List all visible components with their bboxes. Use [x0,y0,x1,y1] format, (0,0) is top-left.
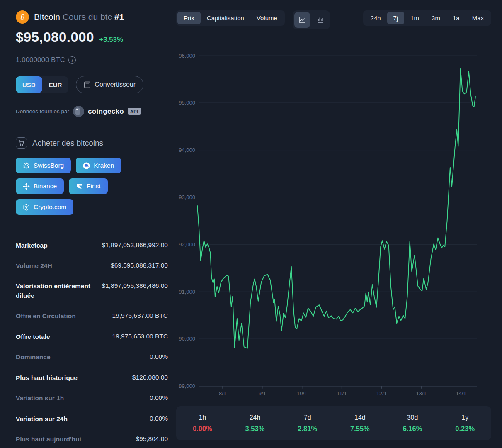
buy-bitcoins-title: Acheter des bitcoins [32,139,103,148]
price-line-series[interactable] [197,69,475,348]
range-1a[interactable]: 1a [446,12,466,24]
converter-button[interactable]: Convertisseur [76,76,143,93]
performance-period: 1y [439,414,491,421]
exchange-button-swissborg[interactable]: SwissBorg [16,158,71,173]
x-axis-label: 10/1 [297,390,307,397]
finst-icon [76,183,83,190]
stat-label: Valorisation entièrement diluée [16,282,102,300]
exchange-button-binance[interactable]: Binance [16,178,64,194]
exchange-label: Kraken [94,162,114,169]
y-axis-label: 90,000 [179,336,195,342]
stat-row: Valorisation entièrement diluée$1,897,05… [16,276,168,306]
performance-value: 2.81% [281,425,334,433]
performance-value: 7.55% [334,425,386,433]
performance-value: 0.00% [176,425,229,433]
x-axis-label: 8/1 [219,390,226,397]
stat-row: Variation sur 1h0.00% [16,388,168,409]
stat-row: Offre en Circulation19,975,637.00 BTC [16,306,168,326]
calculator-icon [84,81,91,88]
stat-row: Plus haut aujourd'hui$95,804.00 [16,429,168,448]
currency-usd-button[interactable]: USD [16,76,42,93]
stat-label: Plus haut historique [16,373,78,382]
line-chart-icon [298,16,306,24]
bar-chart-toggle-button[interactable] [313,12,328,28]
api-badge: API [128,108,141,115]
x-axis-label: 12/1 [376,390,387,397]
performance-value: 6.16% [386,425,439,433]
bitcoin-icon [16,10,29,24]
price-change-badge: +3.53% [99,36,123,44]
info-icon[interactable]: i [68,56,76,64]
stat-row: Variation sur 24h0.00% [16,409,168,429]
range-max[interactable]: Max [466,12,490,24]
stat-label: Plus haut aujourd'hui [16,435,81,444]
coin-subtitle: Cours du btc [63,12,112,22]
price-chart[interactable]: 96,00095,00094,00093,00092,00091,00090,0… [176,35,491,402]
y-axis-label: 94,000 [179,147,195,153]
currency-row: USD EUR Convertisseur [16,76,168,93]
stat-value: 19,975,637.00 BTC [112,312,168,319]
x-axis-label: 13/1 [416,390,427,397]
stat-value: $1,897,053,866,992.00 [102,241,168,249]
price-chart-svg[interactable]: 96,00095,00094,00093,00092,00091,00090,0… [176,35,491,400]
exchange-label: Finst [87,183,101,190]
separator [16,225,168,225]
performance-period: 14d [334,414,386,421]
performance-cell-14d: 14d7.55% [334,414,386,433]
performance-period: 7d [281,414,334,421]
exchange-label: Crypto.com [34,203,66,211]
stat-label: Variation sur 1h [16,394,64,403]
stat-label: Offre en Circulation [16,312,76,321]
performance-cell-7d: 7d2.81% [281,414,334,433]
stat-row: Marketcap$1,897,053,866,992.00 [16,235,168,256]
tab-prix[interactable]: Prix [177,12,201,24]
exchange-label: SwissBorg [34,162,64,169]
y-axis-label: 96,000 [179,53,195,59]
x-axis-label: 14/1 [456,390,466,397]
stat-value: $126,080.00 [132,374,168,381]
chart-type-toggle [293,10,330,29]
provider-prefix: Données fournies par [16,108,69,114]
range-24h[interactable]: 24h [364,12,387,24]
exchange-buttons: SwissBorgKrakenBinanceFinstCrypto.com [16,158,168,215]
stat-label: Volume 24H [16,261,52,270]
data-provider-row: Données fournies par coingecko API [16,106,168,117]
exchange-label: Binance [34,183,57,190]
range-7j[interactable]: 7j [387,12,405,24]
stat-value: 19,975,653.00 BTC [112,333,168,340]
stat-value: 0.00% [150,353,168,360]
coin-header: Bitcoin Cours du btc #1 [16,10,168,24]
provider-name[interactable]: coingecko [88,107,124,116]
exchange-button-finst[interactable]: Finst [69,178,108,194]
tab-volume[interactable]: Volume [250,12,284,24]
stat-value: 0.00% [150,394,168,402]
stat-row: Offre totale19,975,653.00 BTC [16,326,168,347]
range-3m[interactable]: 3m [425,12,446,24]
range-1m[interactable]: 1m [404,12,425,24]
metric-tabs: PrixCapitalisationVolume [176,10,285,26]
buy-bitcoins-header: Acheter des bitcoins [16,137,168,149]
currency-eur-button[interactable]: EUR [42,76,69,93]
performance-period: 30d [386,414,439,421]
time-range-selector: 24h7j1m3m1aMax [363,10,491,26]
stat-value: $1,897,055,386,486.00 [102,282,168,290]
chart-section: PrixCapitalisationVolume [176,0,502,448]
exchange-button-crypto-com[interactable]: Crypto.com [16,199,73,215]
performance-value: 0.23% [439,425,491,433]
crypto-com-icon [23,204,30,211]
stat-label: Dominance [16,353,51,362]
stat-value: 0.00% [150,415,168,422]
line-chart-toggle-button[interactable] [294,12,310,28]
swissborg-icon [23,162,30,169]
btc-equivalent-row: 1.0000000 BTC i [16,56,168,64]
performance-period: 1h [176,414,229,421]
coin-title: Bitcoin Cours du btc #1 [34,12,124,22]
coin-rank-badge: #1 [114,12,124,22]
chart-controls: PrixCapitalisationVolume [176,10,491,29]
exchange-button-kraken[interactable]: Kraken [76,158,121,173]
coin-sidebar: Bitcoin Cours du btc #1 $95,080.000 +3.5… [0,0,176,448]
converter-label: Convertisseur [95,81,136,88]
performance-cell-1h: 1h0.00% [176,414,229,433]
performance-panel: 1h0.00%24h3.53%7d2.81%14d7.55%30d6.16%1y… [176,406,491,440]
tab-capitalisation[interactable]: Capitalisation [201,12,250,24]
